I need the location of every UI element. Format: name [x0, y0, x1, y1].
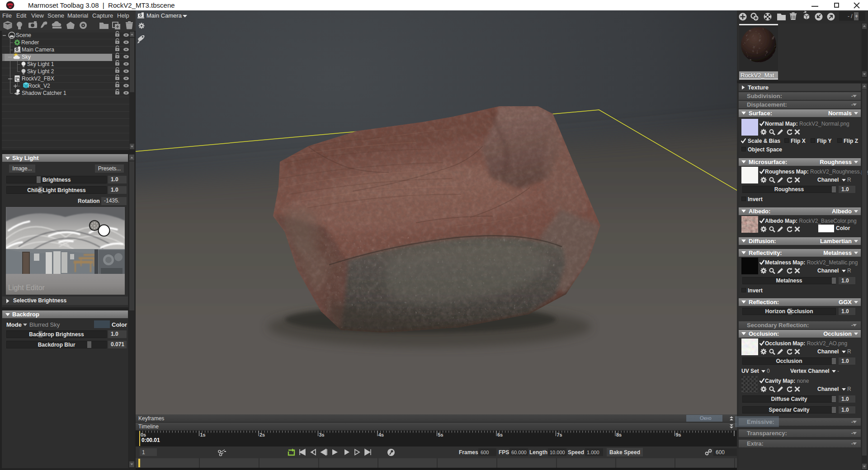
svg-text:9s: 9s — [676, 432, 681, 437]
svg-text:8s: 8s — [616, 432, 622, 437]
svg-text:- /: - / — [848, 13, 853, 19]
svg-text:Light Editor: Light Editor — [8, 284, 45, 291]
svg-text:2s: 2s — [259, 432, 265, 437]
svg-text:5s: 5s — [438, 432, 443, 437]
svg-text:7s: 7s — [557, 432, 562, 437]
svg-text:4s: 4s — [378, 432, 384, 437]
svg-text:1s: 1s — [200, 432, 206, 437]
svg-text:+: + — [855, 13, 858, 19]
svg-text:3s: 3s — [319, 432, 325, 437]
svg-text:6s: 6s — [497, 432, 503, 437]
